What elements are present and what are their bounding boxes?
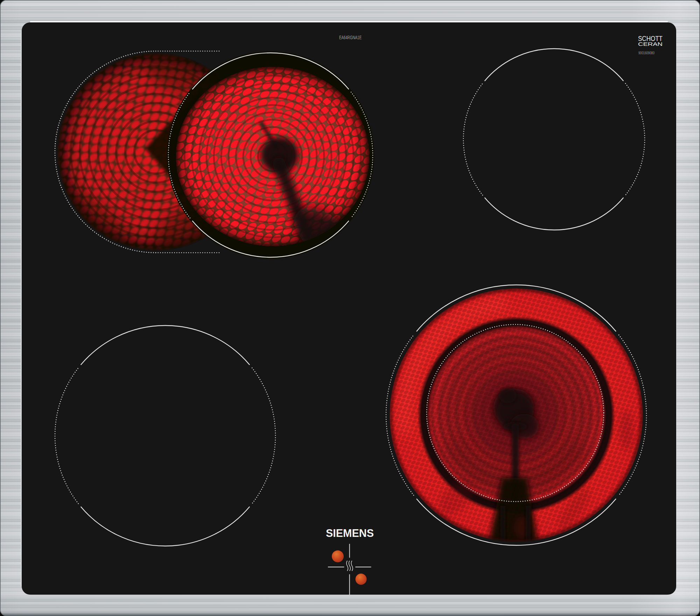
svg-text:EA64RGNA1E: EA64RGNA1E — [339, 34, 362, 40]
svg-text:SIEMENS: SIEMENS — [326, 527, 374, 539]
svg-text:CERAN: CERAN — [638, 41, 663, 47]
svg-text:9001609080: 9001609080 — [638, 51, 654, 55]
